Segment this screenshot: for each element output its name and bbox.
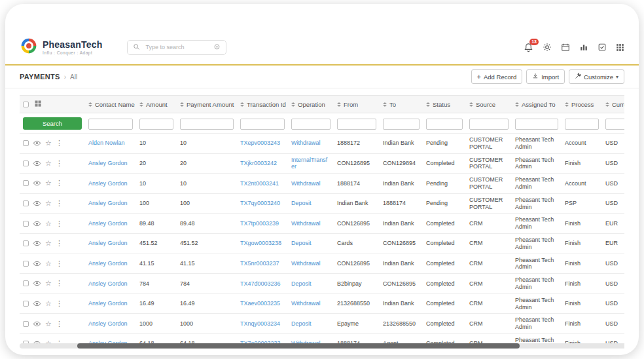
sort-icon[interactable] (240, 102, 244, 107)
column-header-status[interactable]: Status (423, 96, 466, 113)
search-button[interactable]: Search (23, 117, 82, 130)
transaction-id-link[interactable]: TXepv0003243 (240, 140, 280, 146)
add-record-button[interactable]: + Add Record (471, 69, 523, 84)
row-checkbox[interactable] (23, 301, 29, 307)
row-checkbox[interactable] (23, 261, 29, 267)
star-icon[interactable]: ☆ (45, 279, 52, 288)
filter-input-operation[interactable] (291, 119, 331, 130)
filter-input-process[interactable] (565, 119, 599, 130)
notifications-bell-icon[interactable]: 13 (524, 43, 533, 52)
row-checkbox[interactable] (23, 140, 29, 146)
sort-icon[interactable] (88, 102, 92, 107)
operation-link[interactable]: Deposit (291, 320, 312, 327)
sort-icon[interactable] (337, 102, 341, 107)
transaction-id-link[interactable]: TX47d0003236 (240, 280, 281, 287)
column-header-transaction-id[interactable]: Transaction Id (237, 96, 288, 113)
filter-input-source[interactable] (469, 119, 509, 130)
kebab-menu-icon[interactable]: ⋮ (56, 279, 63, 288)
contact-name-link[interactable]: Alden Nowlan (88, 140, 125, 146)
operation-link[interactable]: Deposit (291, 240, 312, 246)
operation-link[interactable]: Withdrawal (291, 180, 321, 187)
customize-button[interactable]: Customize ▾ (569, 69, 624, 84)
eye-icon[interactable] (33, 280, 41, 286)
transaction-id-link[interactable]: TXgow0003238 (240, 240, 281, 246)
filter-input-currency[interactable] (605, 119, 624, 130)
kebab-menu-icon[interactable]: ⋮ (56, 199, 63, 208)
kebab-menu-icon[interactable]: ⋮ (56, 139, 63, 147)
scrollbar-thumb[interactable] (77, 343, 520, 349)
row-checkbox[interactable] (23, 180, 29, 186)
star-icon[interactable]: ☆ (45, 299, 52, 308)
search-input[interactable] (144, 43, 209, 51)
eye-icon[interactable] (33, 221, 41, 227)
column-header-from[interactable]: From (334, 96, 380, 113)
sort-icon[interactable] (383, 102, 387, 107)
star-icon[interactable]: ☆ (45, 199, 52, 208)
contact-name-link[interactable]: Ansley Gordon (88, 280, 128, 287)
filter-input-to[interactable] (383, 119, 420, 130)
column-header-payment-amount[interactable]: Payment Amount (177, 96, 237, 113)
contact-name-link[interactable]: Ansley Gordon (88, 180, 128, 187)
column-header-to[interactable]: To (380, 96, 423, 113)
star-icon[interactable]: ☆ (45, 159, 52, 168)
column-header-process[interactable]: Process (562, 96, 602, 113)
column-header-contact-name[interactable]: Contact Name (85, 96, 136, 113)
calendar-icon[interactable] (561, 43, 570, 52)
filter-input-transaction-id[interactable] (240, 119, 285, 130)
column-header-currency[interactable]: Currency (602, 96, 624, 113)
row-checkbox[interactable] (23, 161, 29, 166)
kebab-menu-icon[interactable]: ⋮ (56, 259, 63, 268)
transaction-id-link[interactable]: TXaev0003235 (240, 300, 280, 307)
transaction-id-link[interactable]: TX7tp0003239 (240, 220, 279, 227)
import-button[interactable]: Import (526, 69, 565, 84)
eye-icon[interactable] (33, 140, 41, 146)
eye-icon[interactable] (33, 161, 41, 166)
operation-link[interactable]: Withdrawal (291, 260, 321, 267)
operation-link[interactable]: Withdrawal (291, 140, 321, 146)
star-icon[interactable]: ☆ (45, 239, 52, 248)
sort-icon[interactable] (139, 102, 143, 107)
contact-name-link[interactable]: Ansley Gordon (88, 260, 128, 267)
transaction-id-link[interactable]: TX7qy0003240 (240, 200, 280, 206)
search-options-icon[interactable] (213, 41, 221, 53)
row-checkbox[interactable] (23, 280, 29, 286)
eye-icon[interactable] (33, 240, 41, 246)
sort-icon[interactable] (180, 102, 184, 107)
breadcrumb-section[interactable]: PAYMENTS (20, 73, 60, 81)
eye-icon[interactable] (33, 200, 41, 206)
filter-input-status[interactable] (426, 119, 463, 130)
apps-grid-icon[interactable] (616, 43, 624, 52)
contact-name-link[interactable]: Ansley Gordon (88, 300, 128, 307)
filter-input-payment-amount[interactable] (180, 119, 234, 130)
sort-icon[interactable] (515, 102, 519, 107)
sort-icon[interactable] (605, 102, 609, 107)
operation-link[interactable]: Deposit (291, 280, 312, 287)
reports-chart-icon[interactable] (579, 43, 588, 52)
column-header-operation[interactable]: Operation (288, 96, 334, 113)
brand-logo[interactable]: PheasanTech Influ : Conquer : Adapt (20, 37, 102, 58)
filter-input-assigned-to[interactable] (515, 119, 558, 130)
transaction-id-link[interactable]: TXnqy0003234 (240, 320, 280, 327)
row-checkbox[interactable] (23, 240, 29, 246)
transaction-id-link[interactable]: TX5nr0003237 (240, 260, 279, 267)
sort-icon[interactable] (565, 102, 569, 107)
kebab-menu-icon[interactable]: ⋮ (56, 219, 63, 228)
row-checkbox[interactable] (23, 321, 29, 327)
star-icon[interactable]: ☆ (45, 259, 52, 268)
filter-input-amount[interactable] (139, 119, 173, 130)
star-icon[interactable]: ☆ (45, 320, 52, 328)
star-icon[interactable]: ☆ (45, 219, 52, 228)
eye-icon[interactable] (33, 301, 41, 307)
kebab-menu-icon[interactable]: ⋮ (56, 299, 63, 308)
operation-link[interactable]: Deposit (291, 200, 312, 206)
star-icon[interactable]: ☆ (45, 139, 52, 147)
settings-gear-icon[interactable] (543, 43, 552, 52)
filter-input-from[interactable] (337, 119, 376, 130)
sort-icon[interactable] (469, 102, 473, 107)
kebab-menu-icon[interactable]: ⋮ (56, 239, 63, 248)
sort-icon[interactable] (291, 102, 295, 107)
transaction-id-link[interactable]: TXjkr0003242 (240, 160, 277, 166)
operation-link[interactable]: Withdrawal (291, 220, 321, 227)
column-header-assigned-to[interactable]: Assigned To (512, 96, 562, 113)
eye-icon[interactable] (33, 261, 41, 267)
